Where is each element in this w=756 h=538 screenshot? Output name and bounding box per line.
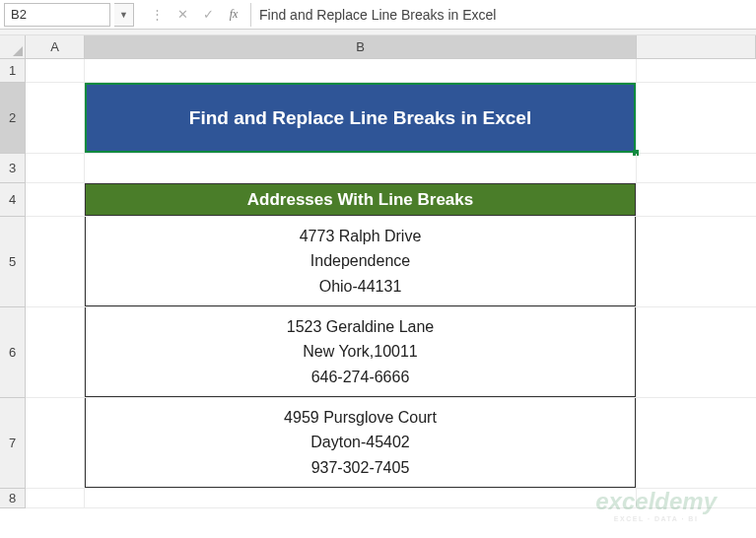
cell-rest-7 (637, 398, 756, 489)
cell-a4[interactable] (26, 183, 85, 217)
title-cell: Find and Replace Line Breaks in Excel (85, 83, 636, 153)
cell-rest-2 (637, 83, 756, 154)
address-line: 937-302-7405 (311, 455, 410, 481)
cell-a6[interactable] (26, 307, 85, 398)
column-headers: A B (0, 35, 756, 59)
row-header-4[interactable]: 4 (0, 183, 26, 217)
cell-rest-3 (637, 154, 756, 183)
col-header-a[interactable]: A (26, 35, 85, 59)
row-4: 4 Addresses With Line Breaks (0, 183, 756, 217)
cell-rest-5 (637, 217, 756, 307)
formula-bar-icons: ⋮ ✕ ✓ fx (144, 3, 246, 27)
cell-b6[interactable]: 1523 Geraldine Lane New York,10011 646-2… (85, 307, 637, 398)
address-line: Independence (310, 248, 410, 274)
row-header-2[interactable]: 2 (0, 83, 26, 154)
cancel-icon[interactable]: ✕ (170, 3, 195, 27)
row-3: 3 (0, 154, 756, 183)
fx-icon[interactable]: fx (221, 3, 246, 27)
col-header-b[interactable]: B (85, 35, 637, 59)
address-cell-1: 4773 Ralph Drive Independence Ohio-44131 (85, 217, 636, 306)
address-cell-3: 4959 Pursglove Court Dayton-45402 937-30… (85, 398, 636, 488)
row-5: 5 4773 Ralph Drive Independence Ohio-441… (0, 217, 756, 307)
row-7: 7 4959 Pursglove Court Dayton-45402 937-… (0, 398, 756, 489)
cell-b4[interactable]: Addresses With Line Breaks (85, 183, 637, 217)
formula-input[interactable]: Find and Replace Line Breaks in Excel (250, 3, 752, 27)
address-cell-2: 1523 Geraldine Lane New York,10011 646-2… (85, 307, 636, 397)
cell-rest-4 (637, 183, 756, 217)
select-all-corner[interactable] (0, 35, 26, 59)
cell-b5[interactable]: 4773 Ralph Drive Independence Ohio-44131 (85, 217, 637, 307)
cell-a3[interactable] (26, 154, 85, 183)
table-header: Addresses With Line Breaks (85, 183, 636, 216)
cell-a8[interactable] (26, 489, 85, 508)
cell-rest-6 (637, 307, 756, 398)
row-header-6[interactable]: 6 (0, 307, 26, 398)
cell-b2[interactable]: Find and Replace Line Breaks in Excel (85, 83, 637, 154)
row-header-8[interactable]: 8 (0, 489, 26, 508)
cell-b7[interactable]: 4959 Pursglove Court Dayton-45402 937-30… (85, 398, 637, 489)
formula-bar: B2 ▼ ⋮ ✕ ✓ fx Find and Replace Line Brea… (0, 0, 756, 30)
cell-a2[interactable] (26, 83, 85, 154)
name-box-dropdown[interactable]: ▼ (114, 3, 134, 27)
address-line: Dayton-45402 (310, 430, 410, 455)
address-line: 4773 Ralph Drive (300, 224, 422, 249)
dots-icon: ⋮ (144, 3, 170, 27)
row-header-7[interactable]: 7 (0, 398, 26, 489)
cell-rest-1 (637, 59, 756, 83)
watermark-brand: exceldemy (595, 488, 717, 514)
col-header-rest (637, 35, 756, 59)
row-header-5[interactable]: 5 (0, 217, 26, 307)
watermark: exceldemy EXCEL · DATA · BI (595, 488, 717, 522)
watermark-tagline: EXCEL · DATA · BI (595, 515, 717, 522)
enter-icon[interactable]: ✓ (195, 3, 221, 27)
cell-b1[interactable] (85, 59, 637, 83)
address-line: 1523 Geraldine Lane (287, 314, 434, 340)
cell-a1[interactable] (26, 59, 85, 83)
address-line: New York,10011 (303, 339, 418, 365)
cell-a5[interactable] (26, 217, 85, 307)
address-line: 4959 Pursglove Court (284, 405, 437, 431)
row-6: 6 1523 Geraldine Lane New York,10011 646… (0, 307, 756, 398)
row-1: 1 (0, 59, 756, 83)
name-box[interactable]: B2 (4, 3, 110, 27)
cell-b3[interactable] (85, 154, 637, 183)
spreadsheet-grid: A B 1 2 Find and Replace Line Breaks in … (0, 35, 756, 508)
row-header-1[interactable]: 1 (0, 59, 26, 83)
cell-a7[interactable] (26, 398, 85, 489)
cell-b8[interactable] (85, 489, 637, 508)
address-line: Ohio-44131 (319, 274, 402, 300)
row-2: 2 Find and Replace Line Breaks in Excel (0, 83, 756, 154)
row-header-3[interactable]: 3 (0, 154, 26, 183)
address-line: 646-274-6666 (311, 365, 410, 390)
